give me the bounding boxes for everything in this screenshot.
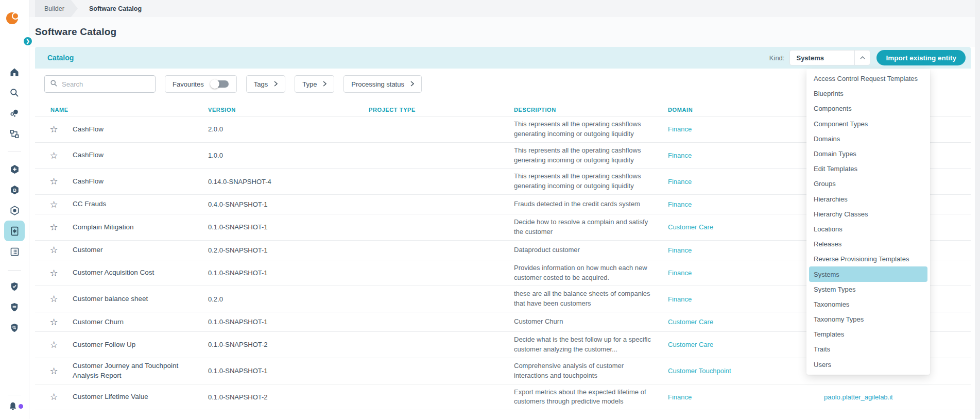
hexagon-ring-icon[interactable] [4,200,25,221]
type-label: Type [302,80,317,88]
entity-version: 0.2.0-SNAPSHOT-1 [208,246,369,254]
app-logo [6,11,23,26]
kind-option[interactable]: Traits [806,342,930,357]
kind-option[interactable]: Taxonomy Types [806,312,930,327]
list-card-icon[interactable] [4,241,25,262]
search-icon[interactable] [4,82,25,103]
org-chart-icon[interactable] [4,124,25,144]
breadcrumb-builder[interactable]: Builder [35,0,78,17]
kind-option[interactable]: Components [806,101,930,116]
favourites-toggle[interactable] [210,79,229,89]
type-filter[interactable]: Type [295,75,334,93]
chevron-right-icon [410,80,414,88]
entity-domain-link[interactable]: Customer Care [668,341,824,348]
entity-domain-link[interactable]: Finance [668,393,824,401]
kind-option-selected[interactable]: Systems [809,266,927,281]
kind-select[interactable]: Systems [789,50,870,65]
favourite-star-icon[interactable]: ☆ [35,294,73,304]
svg-text:B: B [13,188,16,193]
entity-domain-link[interactable]: Customer Touchpoint [668,367,824,375]
kind-option[interactable]: Locations [806,222,930,237]
processing-status-filter[interactable]: Processing status [343,75,422,93]
entity-domain-link[interactable]: Customer Care [668,318,824,326]
catalog-bar-title: Catalog [47,54,74,62]
sidebar-expand-button[interactable]: ❯ [23,36,33,46]
kind-option[interactable]: Blueprints [806,86,930,101]
column-header-name: NAME [35,107,208,113]
kind-option[interactable]: Hierarchies [806,192,930,207]
tags-filter[interactable]: Tags [246,75,285,93]
entity-name: Customer balance sheet [73,294,208,304]
column-header-domain: DOMAIN [668,107,824,113]
breadcrumb: Builder Software Catalog [29,0,980,17]
hexagon-b-icon[interactable]: B [4,179,25,200]
entity-description: Customer Churn [514,314,668,330]
entity-owner-link[interactable]: paolo.platter_agilelab.it [824,393,971,401]
entity-domain-link[interactable]: Finance [668,125,824,133]
chevron-up-icon[interactable] [854,51,870,65]
kind-option[interactable]: Releases [806,237,930,252]
entity-domain-link[interactable]: Finance [668,200,824,208]
kind-select-value: Systems [790,54,854,62]
column-header-project-type: PROJECT TYPE [369,107,514,113]
software-catalog-icon[interactable] [4,221,25,241]
home-icon[interactable] [4,62,25,82]
kind-option[interactable]: Hierarchy Classes [806,207,930,222]
favourite-star-icon[interactable]: ☆ [35,245,73,255]
favourite-star-icon[interactable]: ☆ [35,125,73,134]
kind-dropdown-menu: Access Control Request Templates Bluepri… [806,69,930,375]
entity-name: CashFlow [73,125,208,134]
import-existing-entity-button[interactable]: Import existing entity [876,50,966,65]
search-box[interactable] [44,75,156,93]
sidebar: B [0,0,29,419]
favourite-star-icon[interactable]: ☆ [35,340,73,349]
favourite-star-icon[interactable]: ☆ [35,392,73,401]
kind-option[interactable]: Templates [806,327,930,342]
entity-version: 0.1.0-SNAPSHOT-1 [208,269,369,277]
notifications-bell-icon[interactable] [7,401,25,415]
favourites-filter[interactable]: Favourites [165,75,237,93]
entity-domain-link[interactable]: Finance [668,152,824,159]
entity-domain-link[interactable]: Finance [668,178,824,186]
processing-status-label: Processing status [351,80,404,88]
shield-check-icon[interactable] [4,276,25,297]
kind-option[interactable]: Users [806,357,930,372]
chevron-right-icon [323,80,326,88]
kind-option[interactable]: Domains [806,131,930,146]
shield-magnifier-icon[interactable] [4,317,25,338]
entity-description: Dataproduct customer [514,242,668,258]
favourite-star-icon[interactable]: ☆ [35,317,73,327]
favourite-star-icon[interactable]: ☆ [35,366,73,376]
entity-version: 0.1.0-SNAPSHOT-2 [208,393,369,401]
entity-name: Customer Acquisition Cost [73,268,208,277]
page-scrollbar[interactable] [975,0,980,419]
entity-domain-link[interactable]: Customer Care [668,223,824,231]
kind-option[interactable]: Groups [806,176,930,191]
column-header-description: DESCRIPTION [514,107,668,113]
favourite-star-icon[interactable]: ☆ [35,177,73,186]
favourite-star-icon[interactable]: ☆ [35,151,73,160]
title-bar: Software Catalog [29,17,980,47]
software-catalog-page: B ❯ Builder Software Cata [0,0,980,419]
kind-option[interactable]: Taxonomies [806,297,930,312]
favourite-star-icon[interactable]: ☆ [35,269,73,278]
hexagon-plus-icon[interactable] [4,159,25,179]
table-row[interactable]: ☆ Customer Lifetime Value 0.1.0-SNAPSHOT… [35,384,971,411]
kind-option[interactable]: Domain Types [806,146,930,161]
kind-option[interactable]: Access Control Request Templates [806,71,930,86]
entity-domain-link[interactable]: Finance [668,246,824,254]
kind-option[interactable]: Reverse Provisioning Templates [806,252,930,266]
favourite-star-icon[interactable]: ☆ [35,223,73,232]
kind-option[interactable]: System Types [806,282,930,297]
favourite-star-icon[interactable]: ☆ [35,200,73,209]
kind-option[interactable]: Edit Templates [806,161,930,176]
entity-version: 0.4.0-SNAPSHOT-1 [208,200,369,208]
shield-lines-icon[interactable] [4,297,25,317]
entity-name: Complain Mitigation [73,223,208,232]
kind-option[interactable]: Component Types [806,116,930,131]
entity-domain-link[interactable]: Finance [668,295,824,303]
entity-domain-link[interactable]: Finance [668,269,824,277]
search-input[interactable] [62,80,150,88]
data-bubbles-icon[interactable] [4,103,25,124]
table-row[interactable]: ☆ Customer Onboarding 0.1.0-SNAPSHOT-1 P… [35,410,971,419]
